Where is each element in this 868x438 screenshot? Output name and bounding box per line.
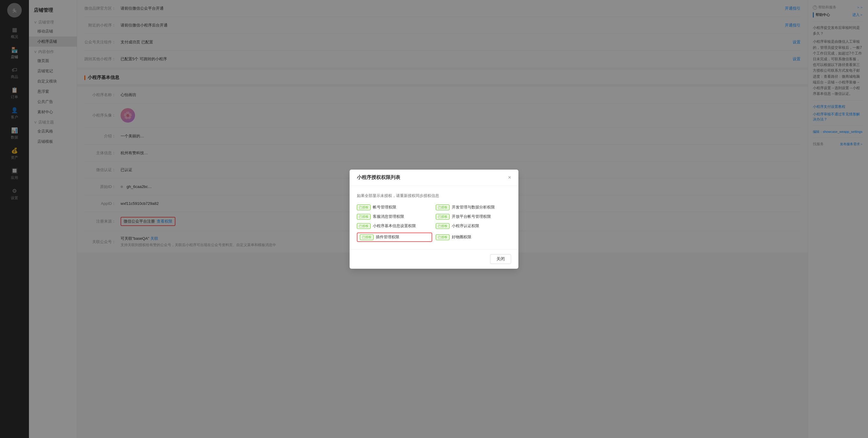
perm-item-3: 已授权插件管理权限 (357, 233, 432, 242)
modal-footer: 关闭 (350, 249, 518, 269)
close-button[interactable]: 关闭 (490, 254, 511, 264)
modal-tip: 如果全部显示未授权，请重新授权同步授权信息 (357, 193, 511, 199)
perm-item-0: 已授权帐号管理权限 (357, 205, 432, 210)
permissions-grid: 已授权帐号管理权限已授权开发管理与数据分析权限已授权客服消息管理权限已授权开放平… (357, 205, 511, 242)
perm-item-1: 已授权客服消息管理权限 (357, 214, 432, 220)
permissions-modal: 小程序授权权限列表 × 如果全部显示未授权，请重新授权同步授权信息 已授权帐号管… (350, 170, 518, 269)
perm-item-right-0: 已授权开发管理与数据分析权限 (436, 205, 511, 210)
modal-body: 如果全部显示未授权，请重新授权同步授权信息 已授权帐号管理权限已授权开发管理与数… (350, 186, 518, 249)
modal-header: 小程序授权权限列表 × (350, 170, 518, 186)
perm-item-right-2: 已授权小程序认证权限 (436, 223, 511, 229)
perm-item-right-1: 已授权开放平台帐号管理权限 (436, 214, 511, 220)
modal-title: 小程序授权权限列表 (357, 174, 400, 181)
modal-close-button[interactable]: × (508, 175, 511, 180)
perm-item-right-3: 已授权好物圈权限 (436, 233, 511, 242)
perm-item-2: 已授权小程序基本信息设置权限 (357, 223, 432, 229)
modal-overlay[interactable]: 小程序授权权限列表 × 如果全部显示未授权，请重新授权同步授权信息 已授权帐号管… (0, 0, 868, 438)
